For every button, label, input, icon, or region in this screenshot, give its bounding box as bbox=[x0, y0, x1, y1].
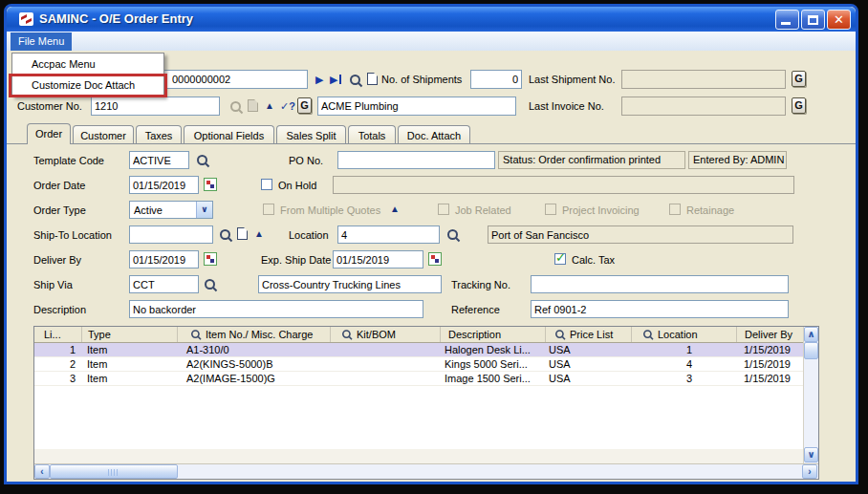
col-header-item[interactable]: Item No./ Misc. Charge bbox=[178, 327, 331, 342]
tab-order[interactable]: Order bbox=[27, 123, 71, 144]
scroll-right-icon[interactable]: › bbox=[802, 464, 817, 479]
tab-customer[interactable]: Customer bbox=[73, 125, 134, 144]
cell-location[interactable]: 3 bbox=[632, 372, 737, 386]
cell-description[interactable]: Kings 5000 Seri... bbox=[441, 357, 546, 372]
cell-location[interactable]: 1 bbox=[632, 343, 737, 357]
cell-deliver-by[interactable]: 1/15/2019 bbox=[737, 343, 803, 357]
new-order-icon[interactable] bbox=[367, 73, 378, 85]
location-finder-icon[interactable] bbox=[446, 228, 460, 242]
horizontal-scroll-thumb[interactable] bbox=[50, 464, 178, 479]
ship-to-location-input[interactable] bbox=[129, 226, 213, 244]
location-input[interactable] bbox=[337, 226, 440, 244]
customer-no-input[interactable] bbox=[91, 97, 220, 116]
cell-price-list[interactable]: USA bbox=[546, 357, 632, 372]
tab-doc-attach[interactable]: Doc. Attach bbox=[398, 125, 470, 144]
col-header-type[interactable]: Type bbox=[82, 327, 178, 342]
col-header-line[interactable]: Li... bbox=[34, 327, 82, 342]
price-finder-icon[interactable] bbox=[554, 329, 564, 339]
cell-price-list[interactable]: USA bbox=[546, 372, 632, 386]
order-finder-icon[interactable] bbox=[349, 74, 362, 87]
deliver-by-calendar-icon[interactable] bbox=[204, 252, 217, 266]
cell-item-no[interactable]: A2(KINGS-5000)B bbox=[178, 357, 331, 372]
table-row[interactable]: 3 Item A2(IMAGE-1500)G Image 1500 Seri..… bbox=[34, 372, 803, 386]
tab-taxes[interactable]: Taxes bbox=[136, 125, 182, 144]
cell-item-no[interactable]: A1-310/0 bbox=[178, 343, 331, 357]
cell-kit-bom[interactable] bbox=[331, 343, 441, 357]
last-invoice-drill-icon[interactable]: G bbox=[792, 97, 806, 114]
cell-line[interactable]: 2 bbox=[34, 357, 82, 372]
template-code-input[interactable] bbox=[129, 151, 189, 169]
scroll-down-icon[interactable]: ∨ bbox=[804, 447, 818, 462]
combo-arrow-icon[interactable]: ∨ bbox=[196, 202, 212, 218]
kit-finder-icon[interactable] bbox=[341, 329, 351, 339]
item-finder-icon[interactable] bbox=[190, 329, 200, 339]
customer-finder-icon bbox=[229, 100, 243, 114]
cell-description[interactable]: Halogen Desk Li... bbox=[441, 343, 546, 357]
cell-price-list[interactable]: USA bbox=[546, 343, 632, 357]
menu-item-accpac-menu[interactable]: Accpac Menu bbox=[12, 54, 163, 75]
cell-description[interactable]: Image 1500 Seri... bbox=[441, 372, 546, 386]
grid-horizontal-scrollbar[interactable]: ‹ › bbox=[34, 463, 818, 479]
cell-type[interactable]: Item bbox=[82, 357, 178, 372]
cell-deliver-by[interactable]: 1/15/2019 bbox=[737, 357, 803, 372]
ship-via-input[interactable] bbox=[129, 275, 199, 293]
table-row[interactable]: 2 Item A2(KINGS-5000)B Kings 5000 Seri..… bbox=[34, 357, 803, 372]
grid-vertical-scrollbar[interactable]: ∧ ∨ bbox=[803, 327, 818, 463]
order-type-combo[interactable]: Active ∨ bbox=[129, 201, 213, 219]
maximize-button[interactable] bbox=[801, 10, 825, 30]
template-finder-icon[interactable] bbox=[196, 154, 209, 167]
cell-item-no[interactable]: A2(IMAGE-1500)G bbox=[178, 372, 331, 386]
customer-zoom-icon[interactable]: ▲ bbox=[265, 101, 274, 111]
cell-type[interactable]: Item bbox=[82, 343, 178, 357]
ship-via-label: Ship Via bbox=[33, 276, 73, 293]
ship-via-finder-icon[interactable] bbox=[204, 278, 217, 291]
ship-to-zoom-icon[interactable]: ▲ bbox=[254, 229, 264, 239]
vertical-scroll-thumb[interactable] bbox=[804, 342, 818, 359]
calc-tax-checkbox[interactable]: ✓ bbox=[554, 253, 566, 265]
description-input[interactable] bbox=[129, 300, 423, 318]
next-record-icon[interactable]: ▶ bbox=[315, 74, 323, 85]
col-header-location[interactable]: Location bbox=[632, 327, 737, 342]
customer-check-icon[interactable]: ✓? bbox=[280, 100, 295, 112]
grid-header: Li... Type Item No./ Misc. Charge Kit/BO… bbox=[34, 327, 803, 343]
cell-kit-bom[interactable] bbox=[331, 372, 441, 386]
col-header-price-list[interactable]: Price List bbox=[546, 327, 632, 342]
tab-totals[interactable]: Totals bbox=[348, 125, 396, 144]
table-row[interactable]: 1 Item A1-310/0 Halogen Desk Li... USA 1… bbox=[34, 343, 803, 357]
tracking-no-input[interactable] bbox=[531, 275, 789, 293]
ship-to-new-icon[interactable] bbox=[237, 227, 248, 240]
cell-type[interactable]: Item bbox=[82, 372, 178, 386]
minimize-button[interactable] bbox=[775, 10, 799, 30]
cell-location[interactable]: 4 bbox=[632, 357, 737, 372]
deliver-by-input[interactable] bbox=[129, 250, 199, 268]
customer-drill-icon[interactable]: G bbox=[297, 97, 312, 114]
file-menu[interactable]: File Menu bbox=[11, 32, 72, 51]
quotes-zoom-icon[interactable]: ▲ bbox=[390, 204, 400, 214]
exp-ship-date-input[interactable] bbox=[333, 250, 423, 268]
tab-optional-fields[interactable]: Optional Fields bbox=[184, 125, 274, 144]
po-no-input[interactable] bbox=[337, 151, 495, 169]
close-icon: ✕ bbox=[834, 13, 844, 26]
from-multiple-quotes-label: From Multiple Quotes bbox=[280, 202, 380, 219]
cell-deliver-by[interactable]: 1/15/2019 bbox=[737, 372, 803, 386]
col-header-description[interactable]: Description bbox=[441, 327, 546, 342]
exp-ship-calendar-icon[interactable] bbox=[428, 252, 442, 266]
col-header-deliver-by[interactable]: Deliver By bbox=[737, 327, 803, 342]
close-button[interactable]: ✕ bbox=[827, 10, 851, 30]
on-hold-checkbox[interactable] bbox=[261, 179, 272, 190]
scroll-up-icon[interactable]: ∧ bbox=[804, 327, 818, 342]
on-hold-label: On Hold bbox=[278, 177, 316, 194]
cell-kit-bom[interactable] bbox=[331, 357, 441, 372]
grid-location-finder-icon[interactable] bbox=[642, 329, 652, 339]
cell-line[interactable]: 3 bbox=[34, 372, 82, 386]
scroll-left-icon[interactable]: ‹ bbox=[34, 464, 50, 479]
last-shipment-drill-icon[interactable]: G bbox=[792, 71, 806, 87]
cell-line[interactable]: 1 bbox=[34, 343, 82, 357]
order-date-calendar-icon[interactable] bbox=[204, 178, 217, 191]
last-record-icon[interactable]: ▶ bbox=[330, 74, 337, 85]
ship-to-finder-icon[interactable] bbox=[219, 228, 232, 242]
col-header-kit[interactable]: Kit/BOM bbox=[331, 327, 441, 342]
reference-input[interactable] bbox=[531, 300, 789, 318]
order-date-input[interactable] bbox=[129, 176, 199, 194]
tab-sales-split[interactable]: Sales Split bbox=[276, 125, 346, 144]
